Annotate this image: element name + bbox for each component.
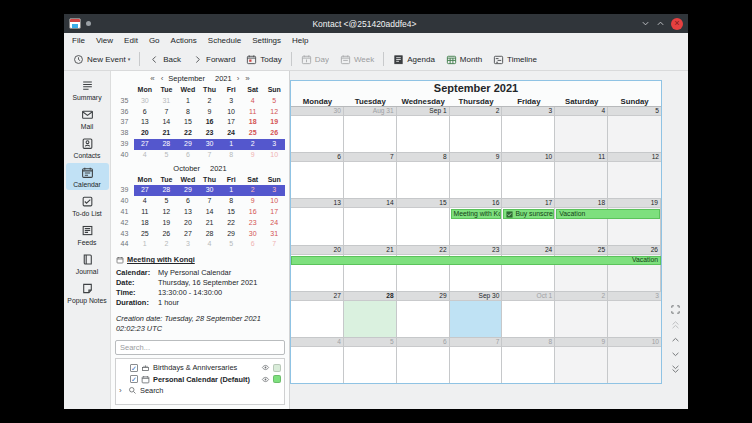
today-button[interactable]: Today [241, 51, 286, 68]
expander-icon[interactable]: › [119, 386, 125, 395]
month-day-cell[interactable]: 30 [291, 107, 344, 152]
sidebar-item-feeds[interactable]: Feeds [66, 221, 109, 248]
event-bar[interactable]: Vacation [291, 256, 661, 266]
mini-calendar-day[interactable]: 14 [156, 117, 178, 128]
sidebar-item-contacts[interactable]: Contacts [66, 134, 109, 161]
mini-calendar-day[interactable]: 12 [263, 107, 285, 118]
month-day-cell[interactable]: 3 [608, 292, 661, 337]
mini-calendar-day[interactable]: 6 [242, 239, 264, 250]
sidebar-item-calendar[interactable]: Calendar [66, 163, 109, 190]
month-day-cell[interactable]: 8 [397, 153, 450, 198]
mini-calendar-day[interactable]: 25 [134, 229, 156, 240]
month-day-cell[interactable]: 15 [397, 199, 450, 244]
mini-calendar-day[interactable]: 7 [199, 196, 221, 207]
mini-calendar-day[interactable]: 12 [156, 207, 178, 218]
mini-calendar-day[interactable]: 5 [156, 150, 178, 161]
visibility-eye-icon[interactable] [261, 375, 270, 384]
calendar-checkbox[interactable]: ✓ [130, 364, 138, 372]
month-day-cell[interactable]: 10 [608, 338, 661, 383]
menu-settings[interactable]: Settings [252, 36, 281, 45]
mini-calendar-day[interactable]: 30 [199, 139, 221, 150]
mini-calendar-day[interactable]: 24 [220, 128, 242, 139]
mini-calendar-day[interactable]: 27 [134, 185, 156, 196]
mini-calendar-day[interactable]: 10 [220, 107, 242, 118]
visibility-eye-icon[interactable] [261, 363, 270, 372]
mini-calendar-day[interactable]: 4 [199, 239, 221, 250]
menu-edit[interactable]: Edit [124, 36, 138, 45]
month-day-cell[interactable]: 26 [608, 246, 661, 291]
mini-calendar-day[interactable]: 6 [134, 107, 156, 118]
month-day-cell[interactable]: 14 [344, 199, 397, 244]
mini-calendar-day[interactable]: 3 [220, 96, 242, 107]
mini-calendar-day[interactable]: 13 [134, 117, 156, 128]
mini-calendar-day[interactable]: 7 [199, 150, 221, 161]
mini-calendar-day[interactable]: 2 [156, 239, 178, 250]
maximize-button[interactable] [653, 17, 668, 30]
mini-calendar-day[interactable]: 30 [134, 96, 156, 107]
mini-calendar-day[interactable]: 18 [242, 117, 264, 128]
mini-calendar-day[interactable]: 30 [199, 185, 221, 196]
forward-button[interactable]: Forward [187, 51, 240, 68]
mini-calendar-day[interactable]: 23 [199, 128, 221, 139]
scroll-down-button[interactable] [669, 349, 681, 359]
week-button[interactable]: Week [335, 51, 379, 68]
mini-calendar-day[interactable]: 2 [242, 185, 264, 196]
month-day-cell[interactable]: 10 [502, 153, 555, 198]
month-day-cell[interactable]: 22 [397, 246, 450, 291]
mini-calendar-day[interactable]: 11 [242, 107, 264, 118]
next-month-button[interactable]: › [236, 74, 241, 83]
month-day-cell[interactable]: 28 [344, 292, 397, 337]
calendar-list-item[interactable]: ✓Personal Calendar (Default) [119, 374, 281, 386]
month-day-cell[interactable]: 5 [344, 338, 397, 383]
mini-calendar-day[interactable]: 9 [199, 107, 221, 118]
mini-calendar-day[interactable]: 19 [156, 218, 178, 229]
mini-calendar-day[interactable]: 1 [177, 96, 199, 107]
mini-calendar-day[interactable]: 25 [242, 128, 264, 139]
sidebar-item-journal[interactable]: Journal [66, 250, 109, 277]
mini-calendar-day[interactable]: 26 [263, 128, 285, 139]
month-day-cell[interactable]: 8 [502, 338, 555, 383]
month-day-cell[interactable]: 7 [450, 338, 503, 383]
mini-calendar-day[interactable]: 8 [220, 150, 242, 161]
mini-calendar-day[interactable]: 31 [263, 229, 285, 240]
month-day-cell[interactable]: Sep 1 [397, 107, 450, 152]
mini-calendar-day[interactable]: 7 [156, 107, 178, 118]
mini-calendar-day[interactable]: 4 [134, 196, 156, 207]
event-bar[interactable]: Vacation [556, 209, 660, 219]
mini-calendar-day[interactable]: 22 [220, 218, 242, 229]
close-button[interactable]: × [671, 18, 683, 30]
mini-calendar-day[interactable]: 16 [199, 117, 221, 128]
mini-calendar-day[interactable]: 20 [134, 128, 156, 139]
mini-calendar-day[interactable]: 4 [242, 96, 264, 107]
mini-calendar-year-label[interactable]: 2021 [210, 164, 227, 173]
mini-calendar-day[interactable]: 16 [242, 207, 264, 218]
mini-calendar-day[interactable]: 6 [177, 150, 199, 161]
month-day-cell[interactable]: 21 [344, 246, 397, 291]
month-day-cell[interactable]: 9 [450, 153, 503, 198]
scroll-up-page-button[interactable] [669, 319, 681, 329]
month-day-cell[interactable]: 24 [502, 246, 555, 291]
mini-calendar-day[interactable]: 26 [156, 229, 178, 240]
mini-calendar-day[interactable]: 3 [177, 239, 199, 250]
minimize-button[interactable] [638, 17, 653, 30]
mini-calendar-day[interactable]: 11 [134, 207, 156, 218]
month-day-cell[interactable]: 6 [397, 338, 450, 383]
mini-calendar-day[interactable]: 8 [220, 196, 242, 207]
menu-file[interactable]: File [72, 36, 85, 45]
month-day-cell[interactable]: 18 [555, 199, 608, 244]
scroll-down-page-button[interactable] [669, 364, 681, 374]
mini-calendar-day[interactable]: 15 [177, 117, 199, 128]
mini-calendar-day[interactable]: 28 [199, 229, 221, 240]
mini-calendar-day[interactable]: 28 [156, 139, 178, 150]
mini-calendar-year-label[interactable]: 2021 [215, 74, 232, 83]
timeline-button[interactable]: Timeline [488, 51, 542, 68]
month-day-cell[interactable]: 20 [291, 246, 344, 291]
month-day-cell[interactable]: 3 [502, 107, 555, 152]
mini-calendar-day[interactable]: 6 [177, 196, 199, 207]
mini-calendar-day[interactable]: 23 [242, 218, 264, 229]
month-day-cell[interactable]: 6 [291, 153, 344, 198]
menu-go[interactable]: Go [149, 36, 160, 45]
month-day-cell[interactable]: 16 [450, 199, 503, 244]
mini-calendar-day[interactable]: 27 [134, 139, 156, 150]
mini-calendar-day[interactable]: 1 [220, 185, 242, 196]
